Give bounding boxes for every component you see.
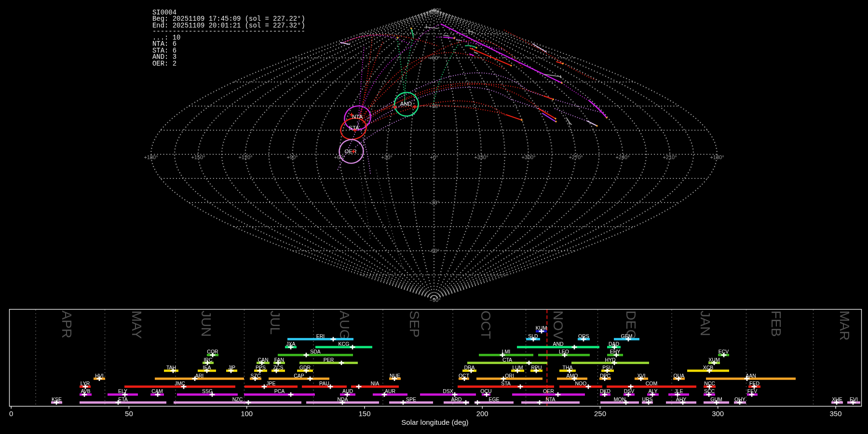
svg-text:MON: MON — [614, 396, 626, 402]
svg-text:+90°: +90° — [286, 154, 298, 160]
svg-text:-30°: -30° — [430, 200, 439, 205]
svg-text:0: 0 — [9, 409, 13, 418]
svg-text:100: 100 — [241, 409, 253, 418]
svg-text:ORI: ORI — [505, 373, 514, 379]
svg-text:AUR: AUR — [385, 388, 396, 394]
svg-text:200: 200 — [476, 409, 488, 418]
svg-text:NOV: NOV — [551, 311, 566, 340]
svg-text:LEO: LEO — [559, 349, 569, 354]
svg-text:MAR: MAR — [837, 311, 852, 340]
svg-text:ARI: ARI — [195, 373, 204, 379]
svg-text:+60°: +60° — [429, 55, 440, 61]
svg-text:AVB: AVB — [81, 388, 90, 394]
svg-text:CTA: CTA — [502, 357, 512, 363]
svg-text:+180°: +180° — [710, 154, 724, 160]
svg-text:EHY: EHY — [610, 349, 621, 354]
svg-text:DSX: DSX — [443, 388, 453, 394]
svg-text:SPE: SPE — [406, 396, 416, 402]
svg-text:+330°: +330° — [474, 154, 488, 160]
svg-text:EGE: EGE — [488, 396, 499, 402]
svg-text:+270°: +270° — [569, 154, 583, 160]
svg-text:JLE: JLE — [674, 388, 683, 394]
svg-text:APR: APR — [59, 311, 74, 339]
svg-text:ELY: ELY — [118, 388, 127, 394]
svg-text:Solar longitude (deg): Solar longitude (deg) — [401, 418, 468, 426]
svg-text:PPS: PPS — [256, 365, 266, 370]
svg-text:ETA: ETA — [118, 396, 128, 402]
svg-text:FAN: FAN — [274, 357, 284, 363]
svg-text:JPE: JPE — [266, 380, 275, 386]
svg-text:THA: THA — [563, 365, 573, 370]
svg-text:OER: 2: OER: 2 — [152, 60, 176, 68]
svg-text:NIA: NIA — [371, 380, 380, 386]
svg-text:ARD: ARD — [451, 396, 462, 402]
svg-text:COM: COM — [646, 380, 658, 386]
svg-text:XCB: XCB — [703, 365, 714, 370]
svg-text:JUN: JUN — [199, 311, 214, 337]
svg-text:ERI: ERI — [316, 333, 325, 339]
svg-text:MAY: MAY — [129, 311, 144, 339]
svg-text:IRC: IRC — [203, 357, 213, 363]
svg-text:OER: OER — [543, 388, 554, 394]
svg-text:SDA: SDA — [310, 349, 321, 354]
svg-text:AND: AND — [553, 341, 564, 347]
svg-text:DRA: DRA — [464, 365, 475, 370]
svg-text:AHY: AHY — [676, 396, 687, 402]
svg-text:CAN: CAN — [258, 357, 268, 363]
svg-text:+240°: +240° — [615, 154, 629, 160]
svg-text:150: 150 — [358, 409, 370, 418]
svg-text:JIP: JIP — [228, 365, 235, 370]
svg-text:+300°: +300° — [521, 154, 535, 160]
svg-text:NTA: NTA — [352, 114, 363, 120]
svg-text:JUL: JUL — [268, 311, 283, 335]
svg-text:TAH: TAH — [166, 365, 176, 370]
svg-text:250: 250 — [594, 409, 606, 418]
svg-text:NTA: NTA — [545, 396, 555, 402]
svg-text:GEM: GEM — [621, 333, 633, 339]
svg-text:+180°: +180° — [144, 154, 158, 160]
svg-text:FEB: FEB — [769, 311, 784, 337]
svg-text:+0°: +0° — [430, 154, 438, 160]
svg-text:+30°: +30° — [381, 154, 392, 160]
svg-text:350: 350 — [829, 409, 841, 418]
svg-text:GDR: GDR — [299, 365, 311, 370]
svg-text:EVI: EVI — [850, 396, 858, 402]
svg-text:JAN: JAN — [698, 311, 713, 336]
svg-text:SEP: SEP — [407, 311, 422, 338]
svg-text:PAU: PAU — [319, 380, 329, 386]
svg-text:PCA: PCA — [274, 388, 285, 394]
svg-text:AMO: AMO — [567, 373, 578, 379]
svg-text:+90°: +90° — [430, 7, 441, 13]
svg-text:STA: STA — [501, 380, 511, 386]
svg-text:ZCS: ZCS — [273, 365, 284, 370]
svg-text:−90°: −90° — [429, 297, 440, 303]
svg-text:-60°: -60° — [430, 248, 439, 254]
svg-text:AND: AND — [400, 101, 412, 107]
svg-text:PER: PER — [324, 357, 334, 363]
svg-text:LMI: LMI — [502, 349, 511, 354]
svg-text:CAP: CAP — [294, 373, 304, 379]
svg-text:+120°: +120° — [238, 154, 252, 160]
svg-text:NZC: NZC — [232, 396, 243, 402]
svg-text:+210°: +210° — [663, 154, 677, 160]
svg-text:+150°: +150° — [191, 154, 205, 160]
svg-text:KCG: KCG — [339, 341, 350, 347]
svg-text:AUG: AUG — [337, 311, 352, 340]
svg-text:+30°: +30° — [429, 103, 440, 109]
svg-text:NOO: NOO — [575, 380, 587, 386]
svg-text:OCT: OCT — [478, 311, 493, 339]
svg-text:300: 300 — [712, 409, 724, 418]
svg-text:50: 50 — [125, 409, 133, 418]
svg-text:URS: URS — [642, 396, 652, 402]
svg-text:DSV: DSV — [624, 388, 635, 394]
svg-text:SSG: SSG — [202, 388, 213, 394]
